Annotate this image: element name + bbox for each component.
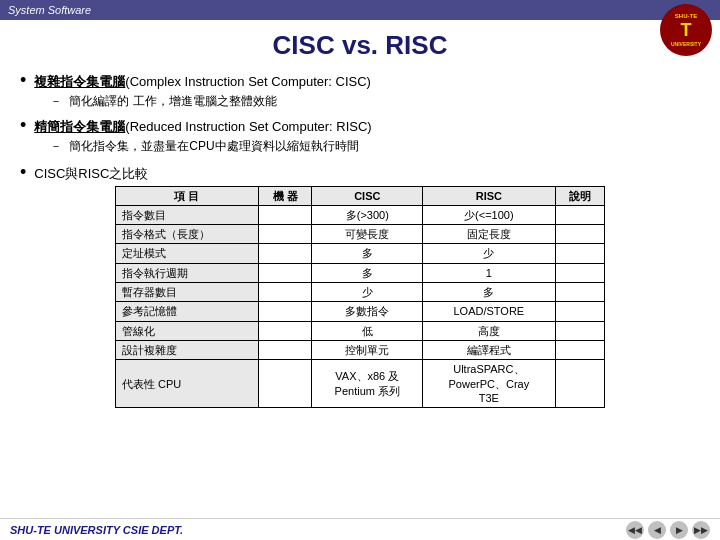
nav-prev-button[interactable]: ◀ — [648, 521, 666, 539]
row-risc-8: 編譯程式 — [423, 340, 555, 359]
row-note-9 — [555, 360, 604, 408]
row-note-6 — [555, 302, 604, 321]
row-cisc-4: 多 — [312, 263, 423, 282]
cisc-main: • 複雜指令集電腦(Complex Instruction Set Comput… — [20, 71, 700, 91]
nav-buttons[interactable]: ◀◀ ◀ ▶ ▶▶ — [626, 521, 710, 539]
row-risc-1: 少(<=100) — [423, 205, 555, 224]
nav-last-button[interactable]: ▶▶ — [692, 521, 710, 539]
cisc-chinese: 複雜指令集電腦 — [34, 74, 125, 89]
row-item-6: 參考記憶體 — [116, 302, 259, 321]
row-cisc-8: 控制單元 — [312, 340, 423, 359]
row-machine-1 — [258, 205, 312, 224]
row-machine-5 — [258, 283, 312, 302]
row-cisc-6: 多數指令 — [312, 302, 423, 321]
row-risc-7: 高度 — [423, 321, 555, 340]
table-row: 暫存器數目 少 多 — [116, 283, 605, 302]
table-row: 參考記憶體 多數指令 LOAD/STORE — [116, 302, 605, 321]
row-risc-3: 少 — [423, 244, 555, 263]
col-machine-header: 機 器 — [258, 186, 312, 205]
row-item-9: 代表性 CPU — [116, 360, 259, 408]
table-row: 定址模式 多 少 — [116, 244, 605, 263]
comparison-table: 項 目 機 器 CISC RISC 說明 指令數目 多(>300) 少(<=10… — [115, 186, 605, 409]
risc-sub-text: 簡化指令集，並盡量在CPU中處理資料以縮短執行時間 — [66, 139, 359, 153]
row-risc-5: 多 — [423, 283, 555, 302]
col-item-header: 項 目 — [116, 186, 259, 205]
row-cisc-2: 可變長度 — [312, 225, 423, 244]
cisc-sub-text: 簡化編譯的 工作，增進電腦之整體效能 — [66, 94, 277, 108]
row-machine-6 — [258, 302, 312, 321]
row-note-8 — [555, 340, 604, 359]
table-title-text: CISC與RISC之比較 — [34, 165, 148, 183]
table-header-row: 項 目 機 器 CISC RISC 說明 — [116, 186, 605, 205]
page-title: CISC vs. RISC — [20, 30, 700, 61]
row-cisc-5: 少 — [312, 283, 423, 302]
nav-first-button[interactable]: ◀◀ — [626, 521, 644, 539]
col-note-header: 說明 — [555, 186, 604, 205]
row-item-7: 管線化 — [116, 321, 259, 340]
bullet-dot-risc: • — [20, 116, 26, 134]
risc-english: (Reduced Instruction Set Computer: RISC) — [125, 119, 371, 134]
row-cisc-7: 低 — [312, 321, 423, 340]
cisc-text: 複雜指令集電腦(Complex Instruction Set Computer… — [34, 73, 371, 91]
cisc-sub: － 簡化編譯的 工作，增進電腦之整體效能 — [50, 93, 700, 110]
table-row: 指令數目 多(>300) 少(<=100) — [116, 205, 605, 224]
row-risc-2: 固定長度 — [423, 225, 555, 244]
row-item-4: 指令執行週期 — [116, 263, 259, 282]
row-item-5: 暫存器數目 — [116, 283, 259, 302]
row-item-3: 定址模式 — [116, 244, 259, 263]
table-section: • CISC與RISC之比較 項 目 機 器 CISC RISC 說明 指令數目 — [20, 163, 700, 408]
table-main: • CISC與RISC之比較 — [20, 163, 700, 183]
row-risc-9: UltraSPARC、 PowerPC、Cray T3E — [423, 360, 555, 408]
risc-main: • 精簡指令集電腦(Reduced Instruction Set Comput… — [20, 116, 700, 136]
row-note-5 — [555, 283, 604, 302]
row-machine-7 — [258, 321, 312, 340]
row-note-2 — [555, 225, 604, 244]
table-row: 設計複雜度 控制單元 編譯程式 — [116, 340, 605, 359]
risc-chinese: 精簡指令集電腦 — [34, 119, 125, 134]
row-cisc-9: VAX、x86 及 Pentium 系列 — [312, 360, 423, 408]
row-note-3 — [555, 244, 604, 263]
table-row: 代表性 CPU VAX、x86 及 Pentium 系列 UltraSPARC、… — [116, 360, 605, 408]
row-note-4 — [555, 263, 604, 282]
row-risc-4: 1 — [423, 263, 555, 282]
cisc-english: (Complex Instruction Set Computer: CISC) — [125, 74, 371, 89]
row-machine-8 — [258, 340, 312, 359]
risc-text: 精簡指令集電腦(Reduced Instruction Set Computer… — [34, 118, 371, 136]
header-bar: System Software — [0, 0, 720, 20]
row-machine-3 — [258, 244, 312, 263]
col-cisc-header: CISC — [312, 186, 423, 205]
row-machine-4 — [258, 263, 312, 282]
table-body: 指令數目 多(>300) 少(<=100) 指令格式（長度） 可變長度 固定長度 — [116, 205, 605, 407]
main-content: CISC vs. RISC • 複雜指令集電腦(Complex Instruct… — [0, 20, 720, 540]
row-note-1 — [555, 205, 604, 224]
row-cisc-1: 多(>300) — [312, 205, 423, 224]
risc-sub: － 簡化指令集，並盡量在CPU中處理資料以縮短執行時間 — [50, 138, 700, 155]
row-cisc-3: 多 — [312, 244, 423, 263]
nav-next-button[interactable]: ▶ — [670, 521, 688, 539]
row-machine-9 — [258, 360, 312, 408]
table-row: 指令執行週期 多 1 — [116, 263, 605, 282]
table-wrapper: 項 目 機 器 CISC RISC 說明 指令數目 多(>300) 少(<=10… — [20, 186, 700, 409]
row-note-7 — [555, 321, 604, 340]
footer: SHU-TE UNIVERSITY CSIE DEPT. ◀◀ ◀ ▶ ▶▶ — [0, 518, 720, 540]
row-risc-6: LOAD/STORE — [423, 302, 555, 321]
risc-section: • 精簡指令集電腦(Reduced Instruction Set Comput… — [20, 116, 700, 155]
row-item-1: 指令數目 — [116, 205, 259, 224]
row-item-8: 設計複雜度 — [116, 340, 259, 359]
cisc-section: • 複雜指令集電腦(Complex Instruction Set Comput… — [20, 71, 700, 110]
header-title: System Software — [8, 4, 91, 16]
col-risc-header: RISC — [423, 186, 555, 205]
bullet-dot-table: • — [20, 163, 26, 181]
table-row: 管線化 低 高度 — [116, 321, 605, 340]
table-row: 指令格式（長度） 可變長度 固定長度 — [116, 225, 605, 244]
row-item-2: 指令格式（長度） — [116, 225, 259, 244]
bullet-dot-cisc: • — [20, 71, 26, 89]
row-machine-2 — [258, 225, 312, 244]
footer-text: SHU-TE UNIVERSITY CSIE DEPT. — [10, 524, 183, 536]
